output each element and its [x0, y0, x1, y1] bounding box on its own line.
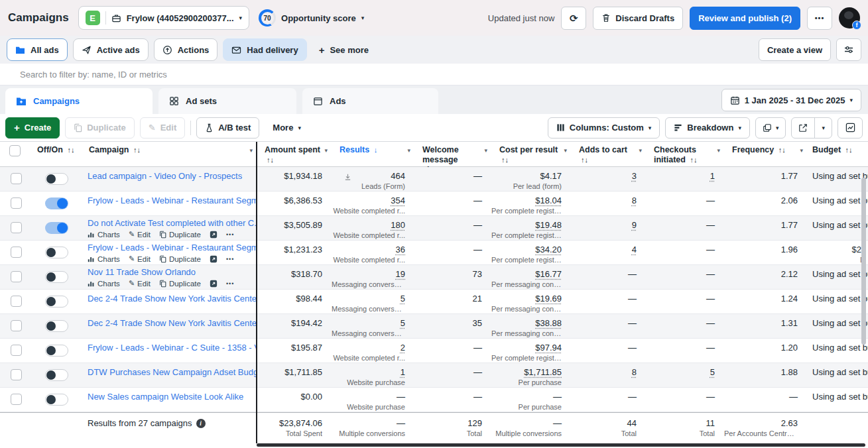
- campaign-toggle[interactable]: [45, 222, 68, 234]
- results-value[interactable]: 1: [332, 367, 405, 378]
- discard-drafts-button[interactable]: Discard Drafts: [593, 7, 683, 30]
- campaign-link[interactable]: Nov 11 Trade Show Orlando: [81, 267, 257, 277]
- charts-action[interactable]: Charts: [88, 231, 120, 239]
- campaign-link[interactable]: Frylow - Leads - Webinar - Restaurant Se…: [81, 196, 257, 205]
- results-value[interactable]: 19: [332, 269, 405, 280]
- preview-action[interactable]: [210, 231, 217, 239]
- adds-to-cart-value[interactable]: 4: [571, 245, 637, 255]
- cost-per-result-value[interactable]: $19.69: [491, 294, 562, 304]
- create-view-button[interactable]: Create a view: [759, 38, 831, 61]
- search-input[interactable]: [0, 64, 868, 85]
- edit-action[interactable]: ✎Edit: [129, 279, 151, 288]
- chevron-down-icon[interactable]: ▾: [637, 145, 643, 154]
- adds-to-cart-value[interactable]: 8: [571, 367, 637, 378]
- chevron-down-icon[interactable]: ▾: [406, 145, 412, 154]
- edit-action[interactable]: ✎Edit: [129, 254, 151, 263]
- campaign-toggle[interactable]: [45, 394, 68, 406]
- chevron-down-icon[interactable]: ▾: [483, 145, 489, 154]
- row-checkbox[interactable]: [11, 296, 22, 307]
- cost-per-result-value[interactable]: $38.88: [491, 318, 562, 329]
- campaign-toggle[interactable]: [45, 320, 68, 332]
- more-options-button[interactable]: •••: [807, 7, 832, 30]
- cost-per-result-value[interactable]: $1,711.85: [491, 367, 562, 378]
- cost-per-result-value[interactable]: $97.94: [491, 343, 562, 353]
- export-caret-segment[interactable]: ▾: [814, 118, 832, 138]
- more-button[interactable]: More ▾: [265, 117, 309, 139]
- chevron-down-icon[interactable]: ▾: [562, 145, 568, 154]
- campaign-toggle[interactable]: [45, 197, 68, 209]
- row-checkbox[interactable]: [11, 173, 22, 184]
- export-button[interactable]: ▾: [791, 117, 832, 139]
- filter-chip-actions[interactable]: Actions: [154, 38, 218, 61]
- adds-to-cart-value[interactable]: 3: [571, 171, 637, 182]
- columns-button[interactable]: Columns: Custom ▾: [548, 117, 660, 139]
- tab-campaigns[interactable]: Campaigns: [5, 88, 153, 114]
- results-value[interactable]: 354: [332, 196, 405, 206]
- results-value[interactable]: 180: [332, 220, 405, 231]
- campaign-toggle[interactable]: [45, 369, 68, 381]
- view-settings-button[interactable]: [836, 38, 861, 61]
- see-more-filters[interactable]: + See more: [312, 45, 375, 55]
- results-value[interactable]: 2: [332, 343, 405, 353]
- campaign-toggle[interactable]: [45, 247, 68, 258]
- campaign-link[interactable]: Frylow - Leads - Webinar - Restaurant Se…: [81, 243, 257, 252]
- avatar[interactable]: f: [839, 7, 860, 28]
- adds-to-cart-value[interactable]: 8: [571, 196, 637, 206]
- tab-ads[interactable]: Ads: [302, 88, 438, 114]
- tab-ad-sets[interactable]: Ad sets: [158, 88, 296, 114]
- cost-per-result-value[interactable]: $19.48: [491, 220, 562, 231]
- export-icon-segment[interactable]: [792, 118, 814, 138]
- charts-action[interactable]: Charts: [88, 255, 120, 263]
- campaign-link[interactable]: New Sales campaign Website Look Alike: [81, 392, 257, 402]
- chevron-down-icon[interactable]: ▾: [248, 145, 254, 154]
- row-checkbox[interactable]: [11, 197, 22, 209]
- edit-button[interactable]: ✎ Edit: [140, 117, 185, 139]
- campaign-toggle[interactable]: [45, 173, 68, 185]
- campaign-toggle[interactable]: [45, 271, 68, 283]
- row-checkbox[interactable]: [11, 320, 22, 331]
- duplicate-action[interactable]: Duplicate: [159, 280, 201, 288]
- row-more-action[interactable]: •••: [226, 256, 234, 262]
- opportunity-score[interactable]: 70 Opportunity score ▾: [259, 9, 364, 27]
- campaign-link[interactable]: Lead campaign - Video Only - Prospects: [81, 171, 257, 181]
- refresh-button[interactable]: ⟳: [561, 7, 586, 30]
- campaign-link[interactable]: Frylow - Leads - Webinar - C Suite - 135…: [81, 343, 257, 353]
- charts-action[interactable]: Charts: [88, 280, 120, 288]
- date-range-picker[interactable]: 1 Jan 2025 - 31 Dec 2025 ▾: [721, 89, 861, 111]
- row-more-action[interactable]: •••: [226, 280, 234, 287]
- chevron-down-icon[interactable]: ▾: [323, 145, 329, 154]
- filter-chip-active-ads[interactable]: Active ads: [73, 38, 149, 61]
- campaign-link[interactable]: DTW Purchases New Campaign Adset Budge..…: [81, 367, 257, 377]
- frozen-column-divider[interactable]: [256, 142, 257, 443]
- cost-per-result-value[interactable]: $34.20: [491, 245, 562, 255]
- results-value[interactable]: 5: [332, 318, 405, 329]
- account-selector[interactable]: E Frylow (44052900200377... ▾: [78, 6, 249, 30]
- campaign-link[interactable]: Do not Activate Test completed with othe…: [81, 218, 257, 228]
- checkouts-value[interactable]: 5: [646, 367, 715, 378]
- duplicate-action[interactable]: Duplicate: [159, 231, 201, 239]
- campaign-toggle[interactable]: [45, 345, 68, 357]
- review-publish-button[interactable]: Review and publish (2): [690, 7, 800, 30]
- ab-test-button[interactable]: A/B test: [196, 117, 259, 139]
- campaign-toggle[interactable]: [45, 296, 68, 308]
- row-more-action[interactable]: •••: [226, 231, 234, 238]
- vertical-scrollbar[interactable]: [861, 178, 866, 345]
- campaign-link[interactable]: Dec 2-4 Trade Show New York Javitis Cent…: [81, 318, 257, 328]
- results-value[interactable]: 36: [332, 245, 405, 255]
- adds-to-cart-value[interactable]: 9: [571, 220, 637, 231]
- preview-action[interactable]: [210, 280, 217, 288]
- row-checkbox[interactable]: [11, 345, 22, 356]
- charts-panel-button[interactable]: [837, 117, 863, 139]
- create-button[interactable]: + Create: [5, 117, 60, 139]
- info-icon[interactable]: i: [196, 419, 206, 428]
- row-checkbox[interactable]: [11, 271, 22, 282]
- horizontal-scrollbar[interactable]: [257, 443, 865, 447]
- download-icon[interactable]: [343, 173, 352, 182]
- results-value[interactable]: 5: [332, 294, 405, 304]
- chevron-down-icon[interactable]: ▾: [798, 145, 804, 154]
- filter-chip-had-delivery[interactable]: Had delivery: [223, 38, 306, 61]
- chevron-down-icon[interactable]: ▾: [715, 145, 721, 154]
- preview-action[interactable]: [210, 255, 217, 263]
- breakdown-button[interactable]: Breakdown ▾: [665, 117, 750, 139]
- duplicate-button[interactable]: Duplicate: [65, 117, 135, 139]
